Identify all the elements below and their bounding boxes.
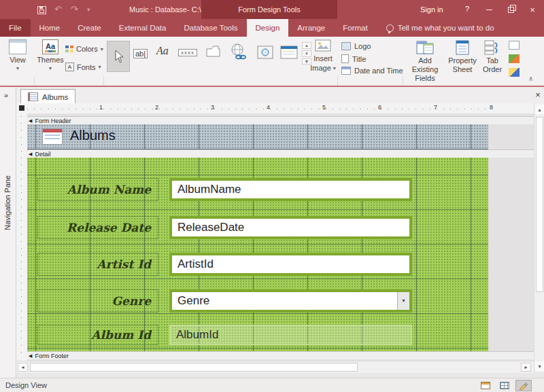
section-marker-icon: ◀	[29, 152, 32, 157]
web-browser-control-button[interactable]	[280, 46, 298, 59]
field-label-artist-id[interactable]: Artist Id	[37, 253, 158, 276]
redo-icon[interactable]: ↷	[71, 4, 78, 14]
sign-in-button[interactable]: Sign in	[420, 5, 443, 14]
collapse-ribbon-button[interactable]: ∧	[528, 75, 533, 82]
field-label-album-id[interactable]: Album Id	[37, 325, 158, 345]
field-label-genre[interactable]: Genre	[37, 289, 158, 313]
nav-pane-expand-icon[interactable]: »	[4, 91, 8, 99]
navigation-pane-collapsed[interactable]: » Navigation Pane	[0, 87, 16, 378]
themes-label: Themes	[37, 56, 64, 64]
tab-format[interactable]: Format	[334, 19, 376, 37]
tab-home[interactable]: Home	[31, 19, 69, 37]
button-control-button[interactable]: xxxx	[178, 49, 197, 56]
section-marker-icon: ◀	[29, 353, 32, 359]
date-time-icon	[341, 67, 351, 75]
form-logo-image-control[interactable]	[42, 128, 63, 145]
convert-macros-icon[interactable]	[509, 54, 520, 63]
browser-window-icon	[280, 46, 298, 59]
horizontal-scrollbar[interactable]: ◂ ▸	[16, 361, 534, 373]
view-label: View	[10, 56, 26, 64]
field-textbox-album-id[interactable]: AlbumId	[169, 325, 412, 345]
colors-dropdown-icon: ▾	[101, 46, 103, 52]
date-time-button[interactable]: Date and Time	[341, 67, 403, 75]
title-button[interactable]: Title	[341, 54, 366, 63]
form-footer-section-bar[interactable]: ◀ Form Footer	[27, 351, 534, 359]
document-close-icon[interactable]: ×	[532, 89, 543, 101]
document-tab-albums[interactable]: Albums	[20, 89, 75, 104]
combo-dropdown-icon[interactable]: ▾	[397, 292, 409, 310]
controls-scroll-up[interactable]: ▴	[302, 42, 311, 49]
close-button[interactable]: ×	[524, 0, 541, 19]
document-tab-bar: Albums	[16, 87, 544, 104]
status-bar: Design View	[0, 378, 544, 392]
restore-button[interactable]	[502, 0, 520, 19]
add-existing-fields-button[interactable]: Add Existing Fields	[406, 40, 444, 83]
ruler-ticks	[27, 109, 488, 109]
tab-order-icon	[484, 40, 500, 55]
colors-button[interactable]: Colors ▾	[65, 45, 103, 53]
frame-icon	[257, 46, 273, 59]
folder-tab-icon	[205, 45, 220, 58]
field-textbox-album-name[interactable]: AlbumName	[169, 178, 412, 201]
tab-control-button[interactable]	[205, 45, 220, 58]
tab-arrange[interactable]: Arrange	[288, 19, 334, 37]
property-sheet-button[interactable]: Property Sheet	[446, 40, 479, 74]
field-label-album-name[interactable]: Album Name	[37, 178, 158, 201]
tab-create[interactable]: Create	[69, 19, 110, 37]
scroll-down-icon[interactable]: ▾	[535, 361, 544, 371]
form-selector-box[interactable]	[19, 105, 24, 111]
hyperlink-control-button[interactable]	[230, 43, 248, 60]
contextual-tab-label: Form Design Tools	[238, 5, 301, 14]
subform-icon[interactable]	[509, 41, 520, 50]
label-control-button[interactable]: Aa	[156, 45, 169, 57]
text-box-icon: ab|	[133, 49, 148, 58]
select-tool-button[interactable]	[107, 41, 130, 72]
logo-button[interactable]: Logo	[341, 42, 371, 50]
title-bar: ↶ ↷ ▾ Music : Database- C:\Users\Fred\Do…	[0, 0, 544, 19]
design-view-icon	[519, 382, 528, 390]
tab-design[interactable]: Design	[247, 19, 289, 37]
minimize-button[interactable]	[480, 0, 498, 19]
tab-database-tools[interactable]: Database Tools	[175, 19, 246, 37]
logo-label: Logo	[354, 42, 371, 50]
insert-image-button[interactable]: Insert Image ▾	[311, 39, 335, 72]
field-textbox-artist-id[interactable]: ArtistId	[169, 253, 412, 276]
colors-label: Colors	[76, 45, 98, 53]
tab-external-data[interactable]: External Data	[110, 19, 175, 37]
design-view-button[interactable]	[515, 380, 532, 391]
scroll-up-icon[interactable]: ▴	[535, 105, 544, 114]
ruler-number: 2	[155, 104, 158, 111]
help-icon[interactable]: ?	[465, 5, 469, 13]
tab-order-button[interactable]: Tab Order	[480, 40, 505, 74]
datasheet-view-button[interactable]	[496, 380, 513, 391]
themes-button[interactable]: Aa Themes ▾	[38, 39, 63, 71]
form-icon	[28, 92, 38, 101]
form-view-button[interactable]	[477, 380, 494, 391]
form-view-icon	[481, 382, 490, 389]
form-header-section-bar[interactable]: ◀ Form Header	[27, 116, 534, 124]
view-code-icon[interactable]	[509, 68, 520, 77]
vertical-scrollbar-thumb[interactable]	[536, 117, 543, 292]
image-frame-control-button[interactable]	[257, 46, 273, 59]
undo-icon[interactable]: ↶	[54, 4, 62, 14]
field-textbox-release-date[interactable]: ReleaseDate	[169, 216, 412, 239]
field-combobox-genre[interactable]: Genre ▾	[169, 289, 412, 313]
scroll-right-icon[interactable]: ▸	[521, 363, 531, 372]
qat-customize-icon[interactable]: ▾	[87, 6, 90, 13]
text-box-control-button[interactable]: ab|	[133, 49, 148, 58]
fonts-button[interactable]: A Fonts ▾	[65, 63, 101, 71]
insert-image-dropdown-icon: ▾	[333, 65, 336, 71]
view-button[interactable]: View ▾	[5, 39, 30, 71]
scroll-left-icon[interactable]: ◂	[18, 363, 28, 372]
horizontal-scrollbar-thumb[interactable]	[30, 363, 358, 372]
tab-file[interactable]: File	[0, 19, 31, 37]
controls-scroll-down[interactable]: ▾	[302, 50, 311, 57]
field-label-release-date[interactable]: Release Date	[37, 216, 158, 239]
save-icon[interactable]	[37, 6, 46, 14]
detail-section-bar[interactable]: ◀ Detail	[27, 149, 534, 158]
ruler-number: 5	[322, 104, 326, 111]
tell-me-box[interactable]: Tell me what you want to do	[377, 19, 494, 37]
ribbon-tab-row: File Home Create External Data Database …	[0, 19, 544, 37]
vertical-scrollbar[interactable]: ▴ ▾	[534, 103, 544, 372]
form-title-label[interactable]: Albums	[70, 128, 116, 143]
